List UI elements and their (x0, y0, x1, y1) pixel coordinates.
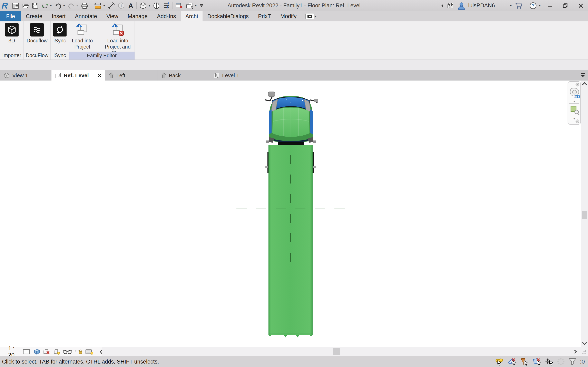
text-icon[interactable]: A (128, 2, 134, 9)
open-icon[interactable] (22, 2, 29, 9)
resize-grip[interactable] (581, 347, 588, 356)
ribbon-toggle-icon[interactable] (305, 13, 314, 19)
crop-region-visibility-icon[interactable] (53, 349, 61, 355)
isync-button[interactable]: iSync (53, 23, 67, 44)
reveal-hidden-elements-icon[interactable] (85, 349, 94, 355)
view-tab-view1[interactable]: View 1 (0, 70, 52, 81)
close-inactive-windows-icon[interactable] (175, 2, 183, 9)
panel-docuflow: Docuflow DocuFlow (24, 21, 51, 59)
view-tab-level1[interactable]: Level 1 (210, 70, 262, 81)
vertical-scroll-thumb[interactable] (582, 211, 587, 219)
load-into-project-button[interactable]: Load into Project (69, 23, 95, 50)
drag-elements-on-selection-icon[interactable] (544, 358, 553, 366)
tab-insert[interactable]: Insert (47, 11, 70, 21)
tab-archi[interactable]: Archi (181, 11, 203, 21)
panel-label-isync[interactable]: iSync (51, 51, 69, 59)
tab-view[interactable]: View (102, 11, 123, 21)
ribbon-toggle-dropdown-icon[interactable]: ▾ (314, 14, 316, 18)
view-scale[interactable]: 1 : 20 (8, 345, 15, 358)
restore-button[interactable] (559, 0, 572, 11)
docuflow-button[interactable]: Docuflow (26, 23, 48, 44)
tab-prlxt[interactable]: PrlxT (253, 11, 276, 21)
temporary-hide-isolate-icon[interactable] (63, 349, 72, 355)
scroll-up-icon[interactable] (582, 82, 587, 86)
save-icon[interactable] (32, 2, 39, 9)
search-icon[interactable] (447, 2, 455, 9)
view-tab-label: Ref. Level (64, 72, 89, 79)
sync-icon[interactable] (41, 2, 49, 9)
default-3d-dropdown-icon[interactable]: ▾ (148, 3, 150, 8)
svg-text:A: A (128, 2, 133, 9)
sync-dropdown-icon[interactable]: ▾ (50, 3, 52, 8)
navbar-options-icon[interactable] (575, 119, 579, 123)
navbar-close-icon[interactable] (575, 83, 579, 87)
tab-add-ins[interactable]: Add-Ins (152, 11, 181, 21)
customize-qat-icon[interactable] (199, 3, 204, 9)
collapse-infocenter-icon[interactable] (441, 4, 444, 8)
close-view-icon[interactable] (97, 73, 102, 78)
print-icon[interactable] (81, 2, 88, 9)
switch-windows-dropdown-icon[interactable]: ▾ (195, 3, 197, 8)
account-dropdown-icon[interactable]: ▾ (510, 3, 512, 8)
button-label: Load into Project (69, 38, 95, 50)
viewbar-expand-icon[interactable] (99, 349, 103, 354)
close-button[interactable] (575, 0, 587, 11)
vertical-scrollbar[interactable] (581, 81, 588, 347)
drawing-area[interactable]: 2D ▾ ▾ (0, 81, 581, 347)
panel-label-importer[interactable]: Importer (0, 51, 24, 59)
panel-label-docuflow[interactable]: DocuFlow (24, 51, 51, 59)
thin-lines-icon[interactable] (163, 2, 170, 9)
ribbon-display-toggle[interactable]: ▾ (305, 13, 316, 19)
help-dropdown-icon[interactable]: ▾ (539, 3, 541, 8)
truck-cab[interactable] (265, 92, 318, 145)
horizontal-scroll-thumb[interactable] (333, 348, 340, 355)
filter-icon[interactable] (568, 358, 577, 366)
steering-wheel-2d-icon[interactable]: 2D (569, 87, 580, 99)
wheel-dropdown-icon[interactable]: ▾ (568, 100, 580, 103)
right-side-window (310, 109, 313, 134)
tab-manage[interactable]: Manage (123, 11, 152, 21)
tab-file[interactable]: File (0, 11, 21, 21)
default-3d-view-icon[interactable] (139, 2, 147, 9)
app-store-cart-icon[interactable] (515, 2, 523, 9)
visual-style-icon[interactable] (33, 349, 40, 355)
account-avatar-icon[interactable] (458, 2, 465, 10)
view-tab-list-button[interactable] (579, 70, 586, 81)
file-tabs-icon[interactable] (12, 2, 19, 9)
undo-dropdown-icon[interactable]: ▾ (63, 3, 65, 8)
ribbon-gap-strip (0, 60, 588, 70)
view-tab-ref-level[interactable]: Ref. Level (52, 70, 105, 81)
tab-create[interactable]: Create (21, 11, 47, 21)
left-mirror-arm (265, 97, 272, 101)
crop-view-icon[interactable] (43, 349, 51, 355)
navigation-bar: 2D ▾ ▾ (568, 81, 581, 125)
minimize-button[interactable] (544, 0, 556, 11)
aligned-dimension-icon[interactable] (108, 2, 115, 9)
zoom-region-icon[interactable] (570, 105, 579, 116)
scroll-right-icon[interactable] (573, 347, 578, 356)
switch-windows-icon[interactable] (186, 2, 194, 9)
select-links-icon[interactable] (495, 358, 504, 366)
scroll-down-icon[interactable] (582, 341, 587, 345)
select-underlay-elements-icon[interactable] (507, 358, 516, 366)
tab-annotate[interactable]: Annotate (70, 11, 102, 21)
tab-dockabledialogs[interactable]: DockableDialogs (203, 11, 253, 21)
3d-importer-button[interactable]: 3D (5, 23, 18, 44)
elevation-icon (109, 72, 114, 78)
measure-dropdown-icon[interactable]: ▾ (103, 3, 105, 8)
select-elements-by-face-icon[interactable] (532, 358, 541, 366)
view-tab-back[interactable]: Back (157, 70, 210, 81)
select-pinned-elements-icon[interactable] (520, 358, 528, 366)
tab-modify[interactable]: Modify (276, 11, 301, 21)
load-into-project-and-close-button[interactable]: Load into Project and Close (101, 23, 135, 56)
panel-label-family-editor[interactable]: Family Editor (69, 52, 135, 59)
detail-level-icon[interactable] (23, 349, 30, 355)
account-username[interactable]: luisPDAN6 (468, 2, 495, 9)
measure-icon[interactable] (94, 2, 102, 9)
revit-logo-icon[interactable]: R (1, 1, 9, 10)
view-tab-left[interactable]: Left (105, 70, 157, 81)
undo-icon[interactable] (54, 2, 62, 9)
reveal-constraints-icon[interactable] (75, 349, 83, 355)
section-icon[interactable] (153, 2, 160, 9)
help-icon[interactable]: ? (529, 2, 537, 10)
